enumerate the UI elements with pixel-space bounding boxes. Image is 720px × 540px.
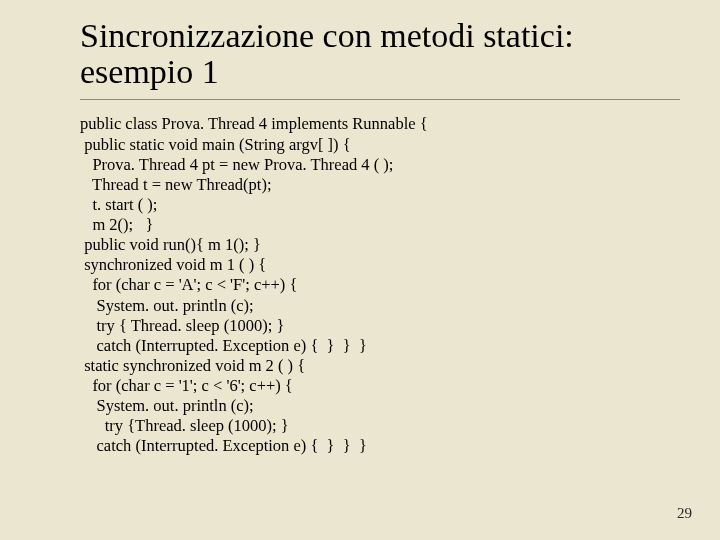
code-line: catch (Interrupted. Exception e) { } } }: [80, 336, 680, 356]
title-line-1: Sincronizzazione con metodi statici:: [80, 17, 574, 54]
code-line: try { Thread. sleep (1000); }: [80, 316, 680, 336]
code-line: public static void main (String argv[ ])…: [80, 135, 680, 155]
code-line: catch (Interrupted. Exception e) { } } }: [80, 436, 680, 456]
code-line: synchronized void m 1 ( ) {: [80, 255, 680, 275]
title-divider: [80, 99, 680, 100]
slide: Sincronizzazione con metodi statici: ese…: [0, 0, 720, 457]
code-block: public class Prova. Thread 4 implements …: [80, 114, 680, 456]
page-number: 29: [677, 505, 692, 522]
code-line: Thread t = new Thread(pt);: [80, 175, 680, 195]
code-line: Prova. Thread 4 pt = new Prova. Thread 4…: [80, 155, 680, 175]
slide-title: Sincronizzazione con metodi statici: ese…: [80, 18, 680, 89]
code-line: public void run(){ m 1(); }: [80, 235, 680, 255]
code-line: System. out. println (c);: [80, 396, 680, 416]
code-line: System. out. println (c);: [80, 296, 680, 316]
code-line: t. start ( );: [80, 195, 680, 215]
code-line: static synchronized void m 2 ( ) {: [80, 356, 680, 376]
code-line: m 2(); }: [80, 215, 680, 235]
code-line: for (char c = 'A'; c < 'F'; c++) {: [80, 275, 680, 295]
code-line: for (char c = '1'; c < '6'; c++) {: [80, 376, 680, 396]
code-line: try {Thread. sleep (1000); }: [80, 416, 680, 436]
code-line: public class Prova. Thread 4 implements …: [80, 114, 680, 134]
title-line-2: esempio 1: [80, 53, 219, 90]
